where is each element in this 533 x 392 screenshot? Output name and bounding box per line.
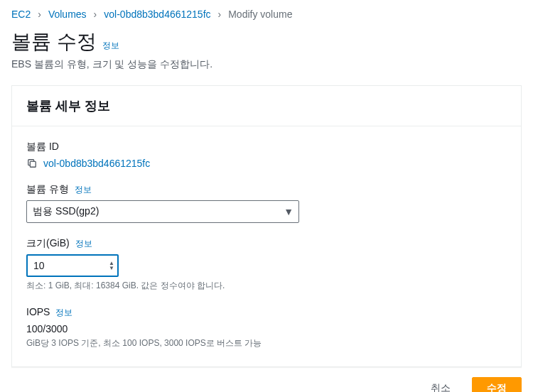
- breadcrumb-volumes[interactable]: Volumes: [48, 9, 87, 20]
- cancel-button[interactable]: 취소: [416, 378, 465, 392]
- panel-header: 볼륨 세부 정보: [12, 86, 521, 126]
- info-link[interactable]: 정보: [75, 238, 92, 250]
- copy-icon[interactable]: [26, 158, 38, 169]
- breadcrumb: EC2 › Volumes › vol-0bd8b3bd4661215fc › …: [0, 0, 533, 26]
- footer: 취소 수정: [0, 367, 533, 392]
- iops-field: IOPS 정보 100/3000 GiB당 3 IOPS 기준, 최소 100 …: [26, 306, 507, 349]
- volume-details-panel: 볼륨 세부 정보 볼륨 ID vol-0bd8b3bd4661215fc 볼륨 …: [11, 85, 522, 367]
- volume-type-select[interactable]: 범용 SSD(gp2): [26, 200, 299, 223]
- volume-id-label: 볼륨 ID: [26, 141, 59, 153]
- size-hint: 최소: 1 GiB, 최대: 16384 GiB. 값은 정수여야 합니다.: [26, 280, 507, 292]
- chevron-right-icon: ›: [94, 9, 97, 20]
- size-input[interactable]: [26, 254, 119, 277]
- page-subtitle: EBS 볼륨의 유형, 크기 및 성능을 수정합니다.: [11, 58, 522, 71]
- breadcrumb-current: Modify volume: [228, 9, 292, 20]
- info-link[interactable]: 정보: [55, 307, 72, 319]
- quantity-stepper[interactable]: ▲ ▼: [109, 261, 114, 271]
- volume-id-field: 볼륨 ID vol-0bd8b3bd4661215fc: [26, 141, 507, 169]
- page-header: 볼륨 수정 정보 EBS 볼륨의 유형, 크기 및 성능을 수정합니다.: [0, 26, 533, 77]
- page-title: 볼륨 수정: [11, 28, 97, 55]
- iops-value: 100/3000: [26, 323, 507, 334]
- svg-rect-0: [30, 161, 36, 167]
- volume-type-label: 볼륨 유형: [26, 183, 69, 196]
- panel-title: 볼륨 세부 정보: [26, 97, 507, 114]
- iops-label: IOPS: [26, 306, 50, 317]
- caret-down-icon[interactable]: ▼: [109, 266, 114, 271]
- breadcrumb-volume-id[interactable]: vol-0bd8b3bd4661215fc: [104, 9, 210, 20]
- volume-type-value: 범용 SSD(gp2): [33, 205, 99, 218]
- size-field: 크기(GiB) 정보 ▲ ▼ 최소: 1 GiB, 최대: 16384 GiB.…: [26, 237, 507, 292]
- breadcrumb-ec2[interactable]: EC2: [11, 9, 31, 20]
- volume-id-link[interactable]: vol-0bd8b3bd4661215fc: [43, 158, 150, 169]
- submit-button[interactable]: 수정: [472, 377, 522, 392]
- chevron-right-icon: ›: [38, 9, 41, 20]
- info-link[interactable]: 정보: [102, 40, 119, 52]
- info-link[interactable]: 정보: [75, 184, 92, 196]
- iops-hint: GiB당 3 IOPS 기준, 최소 100 IOPS, 3000 IOPS로 …: [26, 337, 507, 349]
- volume-type-field: 볼륨 유형 정보 범용 SSD(gp2) ▼: [26, 183, 507, 223]
- chevron-right-icon: ›: [218, 9, 222, 20]
- size-label: 크기(GiB): [26, 237, 70, 250]
